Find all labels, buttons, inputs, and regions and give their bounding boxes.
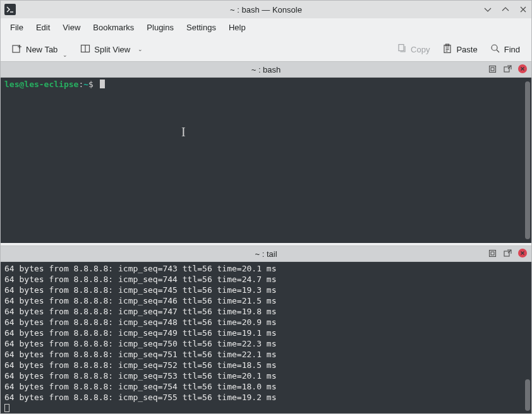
output-line: 64 bytes from 8.8.8.8: icmp_seq=748 ttl=… (4, 317, 528, 328)
menu-edit[interactable]: Edit (30, 20, 56, 35)
output-line: 64 bytes from 8.8.8.8: icmp_seq=755 ttl=… (4, 392, 528, 403)
prompt-host: les-eclipse (24, 80, 78, 89)
menu-settings[interactable]: Settings (181, 20, 222, 35)
svg-rect-19 (491, 252, 494, 255)
chevron-down-icon[interactable]: ⌄ (138, 46, 143, 52)
output-line: 64 bytes from 8.8.8.8: icmp_seq=753 ttl=… (4, 370, 528, 381)
pane-title-top: ~ : bash (251, 65, 281, 74)
titlebar[interactable]: ~ : bash — Konsole (1, 1, 531, 18)
app-icon (4, 4, 16, 15)
window-title: ~ : bash — Konsole (230, 5, 302, 15)
terminal-pane-bottom[interactable]: 64 bytes from 8.8.8.8: icmp_seq=743 ttl=… (1, 262, 531, 413)
new-tab-label: New Tab (26, 45, 57, 54)
pane-header-top[interactable]: ~ : bash (1, 61, 531, 78)
minimize-button[interactable] (482, 4, 493, 15)
output-line: 64 bytes from 8.8.8.8: icmp_seq=744 ttl=… (4, 274, 528, 285)
maximize-button[interactable] (500, 4, 511, 15)
copy-button: Copy (392, 41, 435, 58)
terminal-split-container: ~ : bash les@les-eclipse:~$ I (1, 61, 531, 413)
svg-rect-14 (489, 66, 495, 72)
svg-rect-6 (399, 44, 404, 50)
pane-title-bottom: ~ : tail (255, 249, 277, 259)
terminal-pane-top[interactable]: les@les-eclipse:~$ I (1, 78, 531, 243)
close-button[interactable] (517, 4, 529, 15)
output-line: 64 bytes from 8.8.8.8: icmp_seq=752 ttl=… (4, 360, 528, 370)
svg-rect-16 (504, 67, 509, 72)
menubar: File Edit View Bookmarks Plugins Setting… (1, 18, 531, 37)
konsole-window: ~ : bash — Konsole File Edit View Bookma… (0, 0, 532, 414)
pane-header-bottom[interactable]: ~ : tail (1, 245, 531, 262)
output-line: 64 bytes from 8.8.8.8: icmp_seq=749 ttl=… (4, 328, 528, 338)
menu-plugins[interactable]: Plugins (141, 20, 179, 35)
cursor (100, 80, 105, 88)
split-view-button[interactable]: Split View ⌄ (75, 41, 148, 58)
svg-rect-18 (489, 250, 495, 256)
menu-view[interactable]: View (57, 20, 86, 35)
menu-help[interactable]: Help (223, 20, 251, 35)
pane-close-button[interactable] (517, 248, 528, 258)
svg-line-13 (497, 50, 499, 52)
find-label: Find (504, 45, 520, 54)
close-icon (518, 64, 527, 73)
output-line: 64 bytes from 8.8.8.8: icmp_seq=750 ttl=… (4, 338, 528, 349)
pane-close-button[interactable] (517, 64, 528, 74)
split-view-icon (80, 44, 90, 56)
output-line: 64 bytes from 8.8.8.8: icmp_seq=747 ttl=… (4, 306, 528, 317)
menu-bookmarks[interactable]: Bookmarks (87, 20, 140, 35)
search-icon (490, 44, 500, 56)
prompt-path: ~ (83, 80, 88, 89)
chevron-down-icon: ⌄ (63, 52, 68, 58)
svg-point-12 (492, 45, 497, 50)
new-tab-icon (12, 44, 22, 56)
paste-icon (442, 44, 452, 56)
paste-label: Paste (456, 45, 477, 54)
pane-detach-icon[interactable] (502, 64, 512, 74)
output-line: 64 bytes from 8.8.8.8: icmp_seq=754 ttl=… (4, 381, 528, 392)
close-icon (518, 249, 527, 257)
pane-maximize-icon[interactable] (487, 64, 497, 74)
pane-maximize-icon[interactable] (487, 248, 497, 258)
output-line: 64 bytes from 8.8.8.8: icmp_seq=751 ttl=… (4, 349, 528, 360)
scrollbar[interactable] (525, 379, 530, 411)
find-button[interactable]: Find (485, 41, 525, 58)
prompt-symbol: $ (88, 80, 94, 89)
prompt-user: les (4, 80, 19, 89)
copy-icon (397, 44, 407, 56)
new-tab-button[interactable]: New Tab ⌄ (7, 41, 73, 58)
text-cursor-ibeam: I (181, 127, 186, 138)
copy-label: Copy (411, 45, 430, 54)
output-line: 64 bytes from 8.8.8.8: icmp_seq=743 ttl=… (4, 263, 528, 274)
menu-file[interactable]: File (4, 20, 29, 35)
paste-button[interactable]: Paste (437, 41, 482, 58)
svg-rect-20 (504, 251, 509, 256)
split-view-label: Split View (94, 45, 130, 54)
cursor (4, 404, 9, 412)
output-line: 64 bytes from 8.8.8.8: icmp_seq=745 ttl=… (4, 285, 528, 295)
scrollbar[interactable] (525, 81, 530, 239)
svg-rect-15 (491, 68, 494, 71)
output-line: 64 bytes from 8.8.8.8: icmp_seq=746 ttl=… (4, 295, 528, 306)
pane-detach-icon[interactable] (502, 248, 512, 258)
toolbar: New Tab ⌄ Split View ⌄ Copy Paste (1, 37, 531, 61)
